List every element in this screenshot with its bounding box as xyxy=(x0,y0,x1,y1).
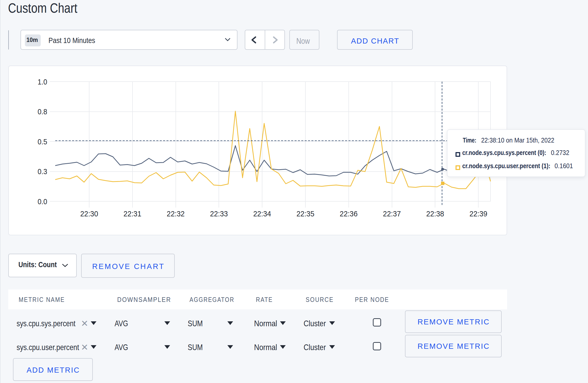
svg-text:22:33: 22:33 xyxy=(210,209,228,218)
svg-text:22:36: 22:36 xyxy=(340,209,358,218)
svg-text:22:34: 22:34 xyxy=(253,209,271,218)
svg-text:0.5: 0.5 xyxy=(38,137,47,146)
svg-text:0.0: 0.0 xyxy=(38,197,47,206)
svg-text:22:39: 22:39 xyxy=(470,209,487,218)
svg-text:0.8: 0.8 xyxy=(38,107,47,116)
svg-text:22:37: 22:37 xyxy=(383,209,401,218)
svg-text:22:38: 22:38 xyxy=(426,209,444,218)
svg-text:0.3: 0.3 xyxy=(38,167,47,176)
svg-text:22:32: 22:32 xyxy=(167,209,185,218)
svg-text:22:31: 22:31 xyxy=(123,209,141,218)
svg-text:22:30: 22:30 xyxy=(80,209,98,218)
svg-text:1.0: 1.0 xyxy=(38,77,47,86)
svg-text:22:35: 22:35 xyxy=(297,209,314,218)
